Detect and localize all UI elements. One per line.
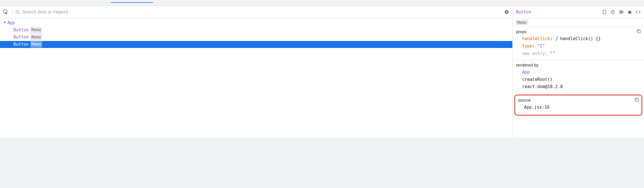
copy-icon[interactable] xyxy=(637,29,641,34)
tree-item-button[interactable]: Button Memo xyxy=(0,27,512,34)
search-wrap xyxy=(15,10,501,15)
tree-item-button[interactable]: Button Memo xyxy=(0,41,512,48)
svg-point-1 xyxy=(16,10,19,13)
top-tab-strip xyxy=(0,0,644,3)
section-title: source xyxy=(518,98,531,102)
suspend-icon[interactable] xyxy=(602,10,607,15)
details-actions xyxy=(602,10,641,15)
svg-rect-0 xyxy=(3,10,7,13)
prop-row[interactable]: handleClick: ƒ handleClick() {} xyxy=(516,35,641,42)
rendered-by-item[interactable]: react-dom@18.2.0 xyxy=(516,83,641,90)
selected-component-title: Button xyxy=(516,10,531,15)
memo-badge: Memo xyxy=(515,20,528,25)
stopwatch-icon[interactable] xyxy=(610,10,615,15)
tree-root-app[interactable]: ▼ App xyxy=(0,19,512,27)
components-tree-panel: ▼ App Button Memo Button Memo Button Mem… xyxy=(0,6,513,137)
tree-toolbar xyxy=(0,6,512,18)
prop-row[interactable]: type: "C" xyxy=(516,42,641,50)
search-input[interactable] xyxy=(22,10,501,15)
devtools-container: ▼ App Button Memo Button Memo Button Mem… xyxy=(0,6,644,137)
copy-icon[interactable] xyxy=(635,98,639,102)
svg-point-5 xyxy=(629,11,631,14)
bug-icon[interactable] xyxy=(627,10,632,15)
svg-point-4 xyxy=(621,11,622,13)
tree-item-button[interactable]: Button Memo xyxy=(0,34,512,41)
toolbar-divider xyxy=(12,10,12,15)
search-icon xyxy=(15,10,20,14)
chevron-down-icon[interactable]: ▼ xyxy=(4,20,7,26)
prop-row[interactable]: new entry: "" xyxy=(516,50,641,57)
details-panel: Button xyxy=(513,6,644,137)
details-header: Button xyxy=(513,6,644,18)
component-name: Button xyxy=(13,41,29,48)
gear-icon[interactable] xyxy=(504,9,510,15)
component-name: Button xyxy=(13,27,29,34)
svg-rect-7 xyxy=(638,30,640,33)
source-section: source App.jsx:16 xyxy=(514,95,642,116)
rendered-by-item[interactable]: createRoot() xyxy=(516,76,641,83)
source-location[interactable]: App.jsx:16 xyxy=(518,104,639,111)
component-tree: ▼ App Button Memo Button Memo Button Mem… xyxy=(0,18,512,48)
component-tags: Memo xyxy=(513,18,644,27)
svg-rect-2 xyxy=(603,10,606,14)
section-title: props xyxy=(516,29,527,34)
props-section: props handleClick: ƒ handleClick() {} ty… xyxy=(513,27,644,60)
section-title: rendered by xyxy=(516,63,538,67)
element-picker-icon[interactable] xyxy=(3,9,8,15)
eye-icon[interactable] xyxy=(619,10,624,15)
component-name: App xyxy=(7,19,15,27)
memo-badge: Memo xyxy=(30,27,42,33)
rendered-by-item[interactable]: App xyxy=(516,68,641,76)
memo-badge: Memo xyxy=(30,34,42,41)
rendered-by-section: rendered by App createRoot() react-dom@1… xyxy=(513,60,644,93)
memo-badge: Memo xyxy=(30,41,42,48)
svg-rect-9 xyxy=(636,99,638,101)
component-name: Button xyxy=(13,34,29,41)
code-icon[interactable] xyxy=(636,10,641,15)
